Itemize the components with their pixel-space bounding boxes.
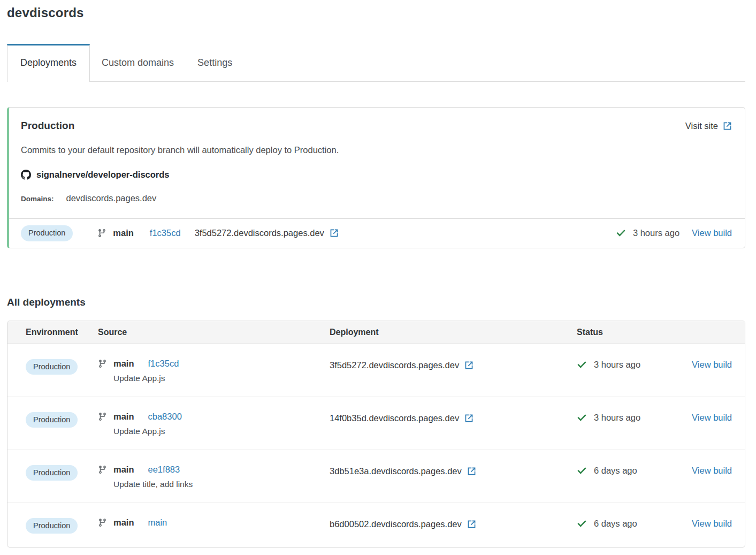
external-link-icon[interactable] bbox=[464, 361, 474, 370]
success-check-icon bbox=[577, 360, 587, 370]
commit-link[interactable]: cba8300 bbox=[148, 412, 182, 422]
deployment-url: 3f5d5272.devdiscords.pages.dev bbox=[195, 228, 324, 238]
environment-cell: Production bbox=[26, 359, 98, 375]
git-branch-icon bbox=[98, 518, 107, 527]
success-check-icon bbox=[577, 519, 587, 529]
view-build-link[interactable]: View build bbox=[692, 466, 732, 476]
repo-name: signalnerve/developer-discords bbox=[36, 170, 170, 180]
column-header-deployment: Deployment bbox=[330, 328, 577, 337]
table-row: Production main cba8300 Update App.js 14… bbox=[7, 397, 745, 450]
table-row: Production main main b6d00502.devdiscord… bbox=[7, 503, 745, 548]
source-cell: main ee1f883 Update title, add links bbox=[98, 465, 330, 489]
branch-name: main bbox=[113, 465, 134, 475]
status-cell: 6 days ago View build bbox=[577, 465, 745, 476]
column-header-source: Source bbox=[98, 328, 330, 337]
source-cell: main main bbox=[98, 518, 330, 528]
environment-badge: Production bbox=[26, 518, 78, 534]
commit-message: Update title, add links bbox=[98, 480, 330, 489]
status-time: 3 hours ago bbox=[633, 228, 679, 238]
status-time: 3 hours ago bbox=[594, 413, 640, 423]
view-build-link[interactable]: View build bbox=[692, 360, 732, 370]
external-link-icon[interactable] bbox=[464, 414, 474, 423]
deployment-cell: 14f0b35d.devdiscords.pages.dev bbox=[330, 412, 577, 423]
external-link-icon bbox=[723, 121, 732, 131]
commit-link[interactable]: f1c35cd bbox=[150, 228, 181, 238]
environment-badge: Production bbox=[26, 465, 78, 481]
environment-badge: Production bbox=[26, 359, 78, 375]
branch-name: main bbox=[113, 518, 134, 528]
domains-value: devdiscords.pages.dev bbox=[66, 193, 157, 203]
column-header-status: Status bbox=[577, 328, 745, 337]
production-card-title: Production bbox=[21, 120, 74, 132]
deployments-table: Environment Source Deployment Status Pro… bbox=[7, 321, 745, 548]
environment-badge: Production bbox=[21, 225, 73, 241]
deployment-cell: 3f5d5272.devdiscords.pages.dev bbox=[330, 359, 577, 370]
status-time: 3 hours ago bbox=[594, 360, 640, 370]
status-cell: 3 hours ago View build bbox=[577, 359, 745, 370]
status-cell: 3 hours ago View build bbox=[577, 412, 745, 423]
domains-label: Domains: bbox=[21, 195, 54, 203]
status-time: 6 days ago bbox=[594, 519, 637, 529]
environment-badge: Production bbox=[26, 412, 78, 428]
deployment-cell: b6d00502.devdiscords.pages.dev bbox=[330, 518, 577, 529]
view-build-link[interactable]: View build bbox=[692, 519, 732, 529]
deployment-url: 14f0b35d.devdiscords.pages.dev bbox=[330, 413, 459, 423]
success-check-icon bbox=[577, 466, 587, 476]
branch-name: main bbox=[113, 228, 134, 238]
environment-cell: Production bbox=[26, 412, 98, 428]
git-branch-icon bbox=[98, 359, 107, 368]
visit-site-label: Visit site bbox=[685, 121, 718, 131]
production-description: Commits to your default repository branc… bbox=[21, 145, 732, 155]
tab-deployments[interactable]: Deployments bbox=[7, 44, 90, 82]
tab-bar: Deployments Custom domains Settings bbox=[7, 44, 745, 82]
branch-name: main bbox=[113, 359, 134, 369]
commit-message: Update App.js bbox=[98, 374, 330, 383]
production-card: Production Visit site Commits to your de… bbox=[7, 107, 745, 248]
commit-link[interactable]: f1c35cd bbox=[148, 359, 179, 369]
external-link-icon[interactable] bbox=[330, 229, 339, 238]
visit-site-link[interactable]: Visit site bbox=[685, 121, 732, 131]
commit-link[interactable]: main bbox=[148, 518, 167, 528]
git-branch-icon bbox=[97, 229, 106, 238]
external-link-icon[interactable] bbox=[467, 520, 476, 529]
source-cell: main cba8300 Update App.js bbox=[98, 412, 330, 436]
view-build-link[interactable]: View build bbox=[692, 413, 732, 423]
environment-cell: Production bbox=[26, 465, 98, 481]
all-deployments-heading: All deployments bbox=[7, 296, 745, 308]
source-cell: main f1c35cd Update App.js bbox=[98, 359, 330, 383]
deployment-url: b6d00502.devdiscords.pages.dev bbox=[330, 519, 462, 529]
status-cell: 6 days ago View build bbox=[577, 518, 745, 529]
commit-link[interactable]: ee1f883 bbox=[148, 465, 180, 475]
deployment-url: 3f5d5272.devdiscords.pages.dev bbox=[330, 360, 459, 370]
success-check-icon bbox=[577, 413, 587, 423]
git-branch-icon bbox=[98, 412, 107, 421]
table-row: Production main f1c35cd Update App.js 3f… bbox=[7, 344, 745, 397]
table-row: Production main ee1f883 Update title, ad… bbox=[7, 450, 745, 503]
github-icon bbox=[21, 170, 31, 180]
deployment-cell: 3db51e3a.devdiscords.pages.dev bbox=[330, 465, 577, 476]
commit-message: Update App.js bbox=[98, 427, 330, 436]
column-header-environment: Environment bbox=[26, 328, 98, 337]
page: devdiscords Deployments Custom domains S… bbox=[0, 0, 756, 548]
view-build-link[interactable]: View build bbox=[692, 228, 732, 238]
git-branch-icon bbox=[98, 465, 107, 474]
tab-settings[interactable]: Settings bbox=[186, 44, 244, 81]
page-title: devdiscords bbox=[7, 5, 745, 20]
branch-name: main bbox=[113, 412, 134, 422]
external-link-icon[interactable] bbox=[467, 467, 476, 476]
status-time: 6 days ago bbox=[594, 466, 637, 476]
environment-cell: Production bbox=[26, 518, 98, 534]
tab-custom-domains[interactable]: Custom domains bbox=[90, 44, 186, 81]
deployments-table-header: Environment Source Deployment Status bbox=[7, 321, 745, 344]
deployments-table-body: Production main f1c35cd Update App.js 3f… bbox=[7, 344, 745, 548]
deployment-url: 3db51e3a.devdiscords.pages.dev bbox=[330, 466, 462, 476]
production-deployment-row: Production main f1c35cd 3f5d5272.devdisc… bbox=[9, 218, 745, 248]
success-check-icon bbox=[616, 228, 626, 238]
